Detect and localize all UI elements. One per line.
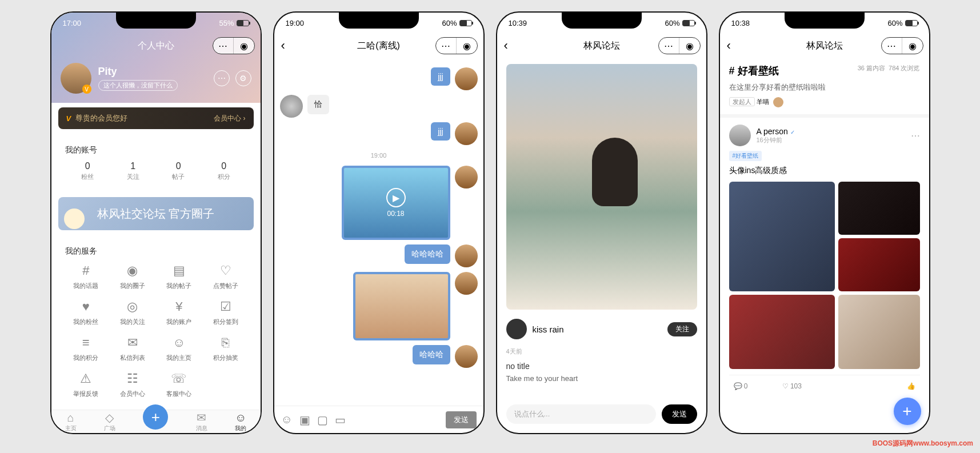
grid-image[interactable] <box>729 182 835 291</box>
image-message[interactable] <box>353 272 450 340</box>
stat-item[interactable]: 0粉丝 <box>81 161 94 181</box>
vip-link[interactable]: 会员中心 › <box>214 114 245 123</box>
section-title: 我的账号 <box>65 145 247 155</box>
avatar[interactable] <box>506 319 527 339</box>
fab-add[interactable]: + <box>143 404 168 430</box>
stat-item[interactable]: 0积分 <box>218 161 230 181</box>
grid-image[interactable] <box>838 238 920 291</box>
service-item[interactable]: ⚠举报反馈 <box>65 371 107 398</box>
message[interactable]: 哈哈哈 <box>280 345 478 368</box>
capsule-menu[interactable]: ⋯◉ <box>435 37 478 54</box>
settings-icon[interactable]: ⚙ <box>235 70 251 86</box>
avatar[interactable] <box>455 122 478 145</box>
avatar[interactable] <box>455 345 478 368</box>
service-item[interactable]: ▤我的帖子 <box>158 263 201 290</box>
topic-body[interactable]: 36 篇内容 784 次浏览 # 好看壁纸 在这里分享好看的壁纸啦啦啦 发起人 … <box>720 58 929 433</box>
service-item[interactable]: ☑积分签到 <box>205 299 247 326</box>
vip-banner[interactable]: V 尊贵的会员您好 会员中心 › <box>58 107 254 129</box>
avatar[interactable] <box>280 95 303 118</box>
grid-image[interactable] <box>838 182 920 235</box>
clock: 17:00 <box>63 19 82 27</box>
notch <box>562 13 642 29</box>
watermark: BOOS源码网www.boosym.com <box>873 439 973 446</box>
service-item[interactable]: #我的话题 <box>65 263 107 290</box>
forum-banner[interactable]: 林风社交论坛 官方圈子 <box>58 197 254 230</box>
comment-count[interactable]: 💬 0 <box>734 382 748 390</box>
stat-item[interactable]: 1关注 <box>127 161 139 181</box>
post-title: no title <box>506 362 697 371</box>
avatar[interactable] <box>455 272 478 295</box>
battery: 60% <box>887 19 917 27</box>
thumb-icon[interactable]: 👍 <box>907 382 915 390</box>
service-item[interactable]: ☏客服中心 <box>158 371 201 398</box>
video-icon[interactable]: ▢ <box>317 413 328 427</box>
back-icon[interactable]: ‹ <box>504 38 508 53</box>
message[interactable]: 恰 <box>280 95 478 118</box>
capsule-menu[interactable]: ⋯◉ <box>658 37 701 54</box>
post-body[interactable]: kiss rain 关注 4天前 no title Take me to you… <box>497 58 706 433</box>
service-item[interactable]: ≡我的积分 <box>65 335 107 362</box>
tab-bar: ⌂主页 ◇广场 + ✉消息 ☺我的 <box>51 410 261 433</box>
avatar[interactable] <box>455 67 478 90</box>
post-subtitle: Take me to your heart <box>506 374 697 383</box>
input-bar: ☺ ▣ ▢ ▭ 发送 <box>274 406 483 433</box>
service-item[interactable]: ◉我的圈子 <box>111 263 154 290</box>
service-item[interactable]: ⎘积分抽奖 <box>205 335 247 362</box>
post-time: 16分钟前 <box>757 136 795 145</box>
comment-input[interactable]: 说点什么... <box>506 404 656 424</box>
back-icon[interactable]: ‹ <box>281 38 285 53</box>
grid-image[interactable] <box>729 295 835 369</box>
send-button[interactable]: 发送 <box>662 404 697 424</box>
topic-starter: 发起人 羊喵 <box>729 97 920 107</box>
tab-message[interactable]: ✉消息 <box>196 411 207 432</box>
avatar[interactable] <box>455 244 478 267</box>
folder-icon[interactable]: ▭ <box>335 413 346 427</box>
post-photo[interactable] <box>506 64 697 310</box>
phone-profile: 17:00 55% 个人中心 ⋯◉ V Pity 这个人很懒，没留下什么 ⋯ ⚙… <box>50 11 262 434</box>
user-row[interactable]: V Pity 这个人很懒，没留下什么 ⋯ ⚙ <box>51 58 261 98</box>
tab-mine[interactable]: ☺我的 <box>235 411 246 432</box>
post-tag[interactable]: #好看壁纸 <box>729 151 762 161</box>
service-item[interactable]: ☷会员中心 <box>111 371 154 398</box>
play-icon[interactable]: ▶ <box>386 188 406 207</box>
service-item[interactable]: ✉私信列表 <box>111 335 154 362</box>
follow-button[interactable]: 关注 <box>667 322 697 336</box>
emoji-icon[interactable]: ☺ <box>281 413 293 426</box>
video-message[interactable]: ▶00:18 <box>342 166 450 240</box>
chat-body[interactable]: jjj 恰 jjj 19:00 ▶00:18 哈哈哈哈 哈哈哈 <box>274 58 483 406</box>
notch <box>785 13 865 29</box>
target-icon[interactable]: ◉ <box>234 38 254 54</box>
back-icon[interactable]: ‹ <box>727 38 731 53</box>
tab-home[interactable]: ⌂主页 <box>65 411 77 432</box>
avatar[interactable] <box>773 97 783 107</box>
service-item[interactable]: ☺我的主页 <box>158 335 201 362</box>
message[interactable]: 哈哈哈哈 <box>280 244 478 267</box>
service-item[interactable]: ◎我的关注 <box>111 299 154 326</box>
post-author[interactable]: A person ✓ <box>757 127 795 136</box>
like-count[interactable]: ♡ 103 <box>782 382 802 390</box>
message[interactable]: ▶00:18 <box>280 166 478 240</box>
message[interactable] <box>280 272 478 340</box>
avatar[interactable] <box>455 166 478 189</box>
image-icon[interactable]: ▣ <box>299 413 310 427</box>
more-icon[interactable]: ⋯ <box>911 130 920 141</box>
service-item[interactable]: ♡点赞帖子 <box>205 263 247 290</box>
service-item[interactable]: ¥我的账户 <box>158 299 201 326</box>
fab-add[interactable]: + <box>894 398 921 425</box>
avatar[interactable]: V <box>61 63 91 94</box>
stat-item[interactable]: 0帖子 <box>172 161 185 181</box>
avatar[interactable] <box>729 125 751 146</box>
more-icon[interactable]: ⋯ <box>213 38 234 54</box>
send-button[interactable]: 发送 <box>446 411 477 428</box>
post-time: 4天前 <box>506 347 697 356</box>
message[interactable]: jjj <box>280 67 478 90</box>
capsule-menu[interactable]: ⋯◉ <box>881 37 923 54</box>
tab-square[interactable]: ◇广场 <box>104 411 115 432</box>
message[interactable]: jjj <box>280 122 478 145</box>
author-name[interactable]: kiss rain <box>533 324 564 334</box>
service-item[interactable]: ♥我的粉丝 <box>65 299 107 326</box>
capsule-menu[interactable]: ⋯◉ <box>213 37 255 54</box>
grid-image[interactable] <box>838 295 920 369</box>
section-title: 我的服务 <box>65 246 247 256</box>
chat-icon[interactable]: ⋯ <box>214 70 230 86</box>
